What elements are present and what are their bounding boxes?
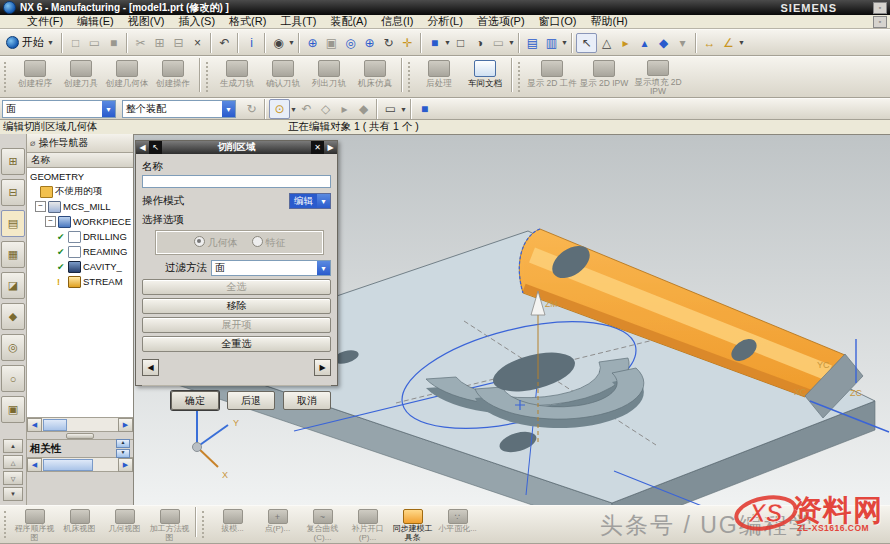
snap-pick2-icon[interactable]: ▴ [635,34,654,52]
start-button[interactable]: 开始 ▼ [2,34,58,51]
expand-item-button[interactable]: 展开项 [142,317,331,333]
menu-analysis[interactable]: 分析(L) [420,14,469,29]
dialog-forward-arrow-icon[interactable]: ▶ [324,141,337,154]
delete-icon[interactable]: × [188,34,207,52]
snap-pick3-icon[interactable]: ◆ [654,34,673,52]
filter-method-caret-icon[interactable]: ▼ [317,261,330,275]
dialog-title-bar[interactable]: ◀ ↖ 切削区域 ✕ ▶ [136,141,337,154]
work-cube-icon[interactable]: ■ [415,100,434,118]
generate-toolpath-button[interactable]: 生成刀轨 [214,58,260,96]
scroll-left-icon[interactable]: ◀ [27,418,42,432]
geometry-view-button[interactable]: 几何视图 [102,507,147,542]
information-icon[interactable]: i [242,34,261,52]
facet-body-button[interactable]: ∵小平面化... [435,507,480,542]
point-button[interactable]: +点(P)... [255,507,300,542]
scroll-up-button[interactable]: △ [3,455,23,469]
create-tool-button[interactable]: 创建刀具 [58,58,104,96]
feature-radio[interactable]: 特征 [252,235,286,250]
pin-icon[interactable]: ⌀ [30,138,35,148]
draft-button[interactable]: 拔模... [210,507,255,542]
window-fit-icon[interactable]: ▣ [322,34,341,52]
new-file-icon[interactable]: □ [66,34,85,52]
operation-navigator-button[interactable]: ▤ [1,210,25,237]
dependencies-header[interactable]: 相关性 ▲ ▼ [27,440,133,457]
remove-button[interactable]: 移除 [142,298,331,314]
machining-method-view-button[interactable]: 加工方法视图 [147,507,192,542]
assembly-navigator-button[interactable]: ⊞ [1,148,25,175]
program-order-view-button[interactable]: 程序顺序视图 [12,507,57,542]
geometry-radio[interactable]: 几何体 [194,235,238,250]
tree-row-cavity[interactable]: ✔ CAVITY_ [27,259,133,274]
scroll-top-button[interactable]: ▲ [3,439,23,453]
measure-distance-icon[interactable]: ↔ [700,34,719,52]
scroll-left-icon[interactable]: ◀ [27,458,42,472]
tree-horizontal-scrollbar[interactable]: ◀ ▶ [27,418,133,432]
shop-documentation-button[interactable]: 车间文档 [462,58,508,96]
wireframe-display-icon[interactable]: □ [451,34,470,52]
fit-view-icon[interactable]: ⊕ [303,34,322,52]
select-all-button[interactable]: 全选 [142,279,331,295]
scroll-thumb[interactable] [43,459,93,471]
name-column-header[interactable]: 名称 [27,153,133,168]
name-input[interactable] [142,175,331,188]
pick-curve-icon[interactable]: ▸ [335,100,354,118]
dialog-close-icon[interactable]: ✕ [311,141,324,154]
show-2d-ipw-button[interactable]: 显示 2D IPW [578,58,630,96]
snap-point-icon[interactable]: ⊙ [269,99,290,119]
refresh-icon[interactable]: ↻ [242,100,261,118]
ok-button[interactable]: 确定 [171,391,219,410]
plain-view-icon[interactable]: ▭ [489,34,508,52]
csys-orient-icon[interactable]: ↖ [576,33,597,53]
measure-angle-icon[interactable]: ∠ [719,34,738,52]
verify-toolpath-button[interactable]: 确认刀轨 [260,58,306,96]
menu-tools[interactable]: 工具(T) [273,14,323,29]
scope-combo[interactable]: 整个装配▼ [122,100,236,118]
type-filter-combo[interactable]: 面▼ [2,100,116,118]
type-filter-caret-icon[interactable]: ▼ [102,101,115,117]
synchronous-modeling-button[interactable]: 同步建模工具条 [390,507,435,542]
history-button[interactable]: ○ [1,365,25,392]
scroll-right-icon[interactable]: ▶ [118,418,133,432]
tree-row-reaming[interactable]: ✔ REAMING [27,244,133,259]
reuse-library-button[interactable]: ◪ [1,272,25,299]
next-page-button[interactable]: ▶ [314,359,331,376]
collapse-icon[interactable]: − [35,201,46,212]
menu-assemblies[interactable]: 装配(A) [323,14,374,29]
dialog-back-arrow-icon[interactable]: ◀ [136,141,149,154]
rotate-view-icon[interactable]: ↻ [379,34,398,52]
uturn-icon[interactable]: ↶ [297,100,316,118]
back-button[interactable]: 后退 [227,391,275,410]
document-restore-button[interactable]: ▫ [873,16,887,28]
snap-pick1-icon[interactable]: ▸ [616,34,635,52]
hd3d-tool-button[interactable]: ◆ [1,303,25,330]
half-shade-icon[interactable]: ◑ [470,34,489,52]
shaded-display-icon[interactable]: ■ [425,34,444,52]
operation-mode-select[interactable]: 编辑 ▼ [289,193,331,209]
previous-page-button[interactable]: ◀ [142,359,159,376]
undo-icon[interactable]: ↶ [215,34,234,52]
scope-caret-icon[interactable]: ▼ [222,101,235,117]
rect-select-icon[interactable]: ▭ [381,100,400,118]
plane-tool-icon[interactable]: ◇ [316,100,335,118]
menu-file[interactable]: 文件(F) [20,14,70,29]
filter-method-combo[interactable]: 面 ▼ [211,260,331,276]
machine-tool-view-button[interactable]: 机床视图 [57,507,102,542]
dependencies-scrollbar[interactable]: ◀ ▶ [27,457,133,472]
constraint-navigator-button[interactable]: ⊟ [1,179,25,206]
composite-curve-button[interactable]: ~复合曲线(C)... [300,507,345,542]
scroll-right-icon[interactable]: ▶ [118,458,133,472]
collapse-icon[interactable]: − [45,216,56,227]
copy-icon[interactable]: ⊞ [150,34,169,52]
tree-row-streamline[interactable]: ! STREAM [27,274,133,289]
tree-row-unused[interactable]: 不使用的项 [27,184,133,199]
tree-row-geometry[interactable]: GEOMETRY [27,169,133,184]
scroll-down-button[interactable]: ▽ [3,471,23,485]
skeleton-view-icon[interactable]: △ [597,34,616,52]
menu-help[interactable]: 帮助(H) [583,14,634,29]
list-toolpath-button[interactable]: 列出刀轨 [306,58,352,96]
menu-preferences[interactable]: 首选项(P) [470,14,532,29]
reselect-all-button[interactable]: 全重选 [142,336,331,352]
cut-icon[interactable]: ✂ [131,34,150,52]
operation-mode-caret-icon[interactable]: ▼ [317,194,330,208]
layout-book2-icon[interactable]: ▥ [542,34,561,52]
